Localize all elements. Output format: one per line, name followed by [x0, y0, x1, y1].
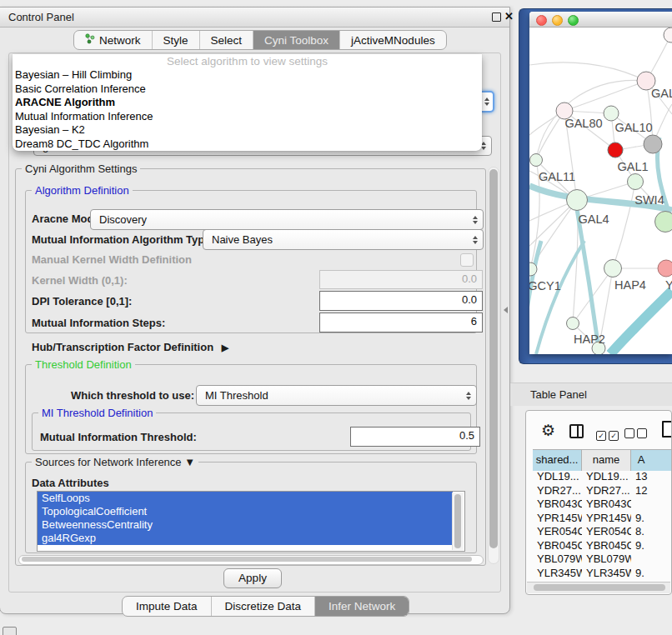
tab-jactivemnodules-label: jActiveMNodules: [351, 31, 435, 50]
node-gal1: [628, 174, 644, 190]
float-window-icon[interactable]: [492, 12, 501, 22]
control-panel-title: Control Panel: [8, 11, 74, 23]
tab-infer-network[interactable]: Infer Network: [314, 597, 409, 616]
which-threshold-value: MI Threshold: [205, 389, 268, 402]
combo-stepper-icon: [468, 235, 483, 245]
node-table-rows[interactable]: YDL19...YDL19...13 YDR27...YDR27...12 YB…: [533, 470, 671, 588]
algorithm-dropdown: Select algorithm to view settings Bayesi…: [13, 54, 482, 151]
tab-cyni-toolbox[interactable]: Cyni Toolbox: [253, 31, 339, 49]
node-label: GCY1: [529, 279, 561, 292]
data-attributes-list[interactable]: SelfLoops TopologicalCoefficient Between…: [37, 491, 465, 552]
mi-threshold-legend: MI Threshold Definition: [38, 407, 156, 419]
tab-style[interactable]: Style: [152, 31, 199, 49]
table-row: YBR045CYBR045C9.: [533, 539, 671, 553]
deselect-all-checks-icon[interactable]: [624, 427, 649, 442]
zoom-traffic-light[interactable]: [568, 15, 579, 26]
mi-type-value: Naive Bayes: [212, 233, 273, 246]
mi-steps-input[interactable]: 6: [319, 312, 483, 332]
tab-network-label: Network: [99, 31, 141, 50]
node-label: GAL4: [578, 212, 609, 226]
network-canvas[interactable]: GAL GAL80 GAL10 GAL1 GAL11 SWI4 GAL4 GCY…: [529, 28, 672, 354]
aracne-mode-combobox[interactable]: Discovery: [90, 209, 484, 230]
network-window-titlebar[interactable]: [529, 12, 672, 28]
settings-vertical-scrollbar-thumb[interactable]: [489, 169, 498, 548]
combo-stepper-icon: [461, 391, 476, 401]
mi-threshold-label: Mutual Information Threshold:: [40, 431, 197, 443]
kernel-width-input[interactable]: 0.0: [319, 270, 483, 289]
dropdown-item-selected[interactable]: ARACNE Algorithm: [13, 96, 482, 110]
tab-jactivemnodules[interactable]: jActiveMNodules: [339, 31, 446, 49]
dropdown-placeholder: Select algorithm to view settings: [13, 54, 482, 68]
list-item[interactable]: BetweennessCentrality: [38, 518, 453, 532]
columns-icon[interactable]: [569, 424, 584, 438]
dpi-tolerance-input[interactable]: 0.0: [319, 291, 483, 311]
mi-threshold-input[interactable]: 0.5: [350, 427, 480, 447]
control-panel-tabbar: Network Style Select Cyni Toolbox jActiv…: [73, 30, 447, 50]
node-hap4: [604, 260, 622, 278]
collapse-arrow-icon: ▼: [184, 456, 195, 468]
minimize-traffic-light[interactable]: [552, 15, 563, 26]
column-header-name[interactable]: name: [581, 450, 630, 471]
node-label: HAP4: [614, 278, 646, 292]
list-vertical-scrollbar[interactable]: [452, 492, 464, 550]
list-item[interactable]: TopologicalCoefficient: [38, 505, 453, 518]
node-red-selected: [608, 142, 623, 158]
node-label: GAL1: [617, 160, 648, 173]
dropdown-item[interactable]: Mutual Information Inference: [13, 110, 482, 124]
node-table-header: shared... name A: [533, 449, 671, 471]
dpi-tolerance-label: DPI Tolerance [0,1]:: [32, 295, 132, 308]
tab-network[interactable]: Network: [74, 31, 152, 49]
minimized-panel-fragment[interactable]: [3, 627, 17, 635]
table-panel-bar[interactable]: Table Panel: [510, 382, 672, 406]
node-gal4: [567, 190, 588, 211]
node-label: HAP2: [574, 332, 605, 346]
sources-legend[interactable]: Sources for Network Inference ▼: [32, 456, 198, 468]
cyni-bottom-tabbar: Impute Data Discretize Data Infer Networ…: [122, 596, 409, 617]
algorithm-combobox-fragment[interactable]: [481, 91, 494, 112]
node-label: GAL10: [614, 121, 652, 134]
kernel-width-label: Kernel Width (0,1):: [32, 274, 128, 287]
control-panel-window: Control Panel ✕ Network Style: [0, 7, 510, 614]
apply-button[interactable]: Apply: [223, 568, 282, 588]
table-horizontal-scrollbar[interactable]: [527, 582, 670, 593]
algorithm-definition-legend: Algorithm Definition: [32, 184, 133, 197]
which-threshold-label: Which threshold to use:: [71, 389, 194, 402]
column-header-shared-name[interactable]: shared...: [533, 450, 581, 471]
manual-kernel-checkbox[interactable]: [460, 253, 474, 267]
dropdown-item[interactable]: Basic Correlation Inference: [13, 82, 482, 97]
list-item[interactable]: gal4RGexp: [38, 532, 453, 545]
tab-impute-data[interactable]: Impute Data: [123, 597, 211, 616]
list-item[interactable]: SelfLoops: [38, 492, 453, 505]
expander-arrow-icon: ▶: [222, 342, 228, 352]
mi-steps-label: Mutual Information Steps:: [32, 317, 165, 329]
close-icon[interactable]: ✕: [504, 10, 514, 22]
node-label: GAL11: [539, 170, 575, 183]
splitpane-divider-arrow[interactable]: [504, 307, 508, 313]
node-label: SWI4: [634, 193, 664, 207]
aracne-mode-value: Discovery: [99, 213, 147, 226]
gear-icon[interactable]: ⚙: [541, 422, 555, 438]
node: [664, 28, 672, 42]
dropdown-item[interactable]: Dream8 DC_TDC Algorithm: [13, 138, 482, 152]
data-attributes-label: Data Attributes: [32, 477, 109, 489]
hub-factor-expander[interactable]: Hub/Transcription Factor Definition ▶: [32, 341, 228, 353]
tab-select[interactable]: Select: [199, 31, 253, 49]
node-gal11: [530, 154, 543, 167]
node-label: GAL: [651, 87, 672, 100]
node-gal10: [604, 106, 619, 121]
select-all-checks-icon[interactable]: ✓✓: [596, 427, 621, 442]
which-threshold-combobox[interactable]: MI Threshold: [196, 385, 477, 406]
dropdown-item[interactable]: Bayesian – Hill Climbing: [13, 68, 482, 82]
node-gray: [644, 135, 662, 153]
column-header-partial[interactable]: A: [630, 450, 671, 471]
mi-type-combobox[interactable]: Naive Bayes: [203, 229, 484, 250]
network-window: GAL GAL80 GAL10 GAL1 GAL11 SWI4 GAL4 GCY…: [529, 12, 672, 354]
settings-horizontal-scrollbar[interactable]: [18, 555, 484, 565]
control-panel-titlebar[interactable]: Control Panel ✕: [0, 8, 509, 28]
node-green-right: [655, 212, 672, 232]
document-icon[interactable]: [662, 421, 672, 438]
table-row: YER054CYER054C8.: [533, 525, 671, 539]
close-traffic-light[interactable]: [536, 15, 547, 26]
dropdown-item[interactable]: Bayesian – K2: [13, 123, 482, 138]
tab-discretize-data[interactable]: Discretize Data: [211, 597, 315, 616]
